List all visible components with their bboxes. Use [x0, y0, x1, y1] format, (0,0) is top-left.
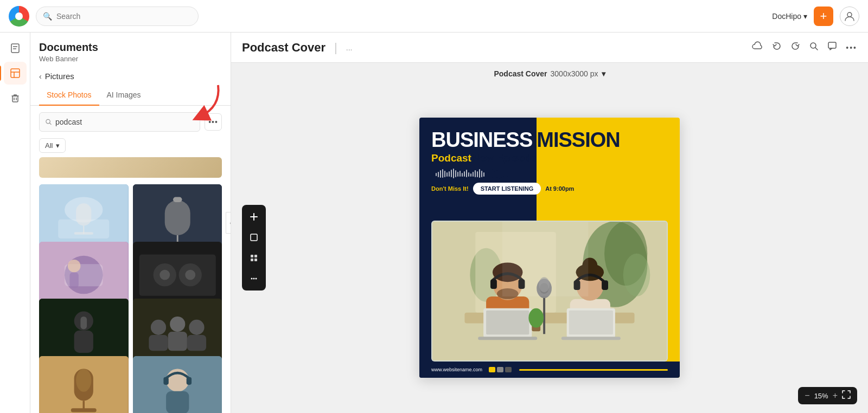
- brand-chevron: ▾: [803, 12, 807, 21]
- overflow-menu-icon[interactable]: •••: [846, 43, 857, 52]
- search-canvas-icon[interactable]: [809, 41, 819, 54]
- toolbar-icons: •••: [751, 41, 857, 54]
- float-frame-button[interactable]: [244, 228, 264, 247]
- sidebar-search-bar[interactable]: podcast: [39, 112, 200, 132]
- svg-rect-91: [481, 171, 482, 177]
- svg-rect-73: [442, 169, 443, 178]
- svg-rect-16: [76, 203, 91, 225]
- icon-bar-documents[interactable]: [4, 37, 27, 60]
- brand-menu[interactable]: DocHipo ▾: [772, 12, 807, 21]
- icon-bar-editor[interactable]: [4, 62, 27, 85]
- canvas-divider: |: [334, 41, 337, 55]
- svg-point-108: [623, 254, 650, 296]
- svg-rect-64: [254, 255, 257, 257]
- svg-rect-7: [12, 96, 18, 102]
- svg-rect-71: [438, 172, 439, 177]
- svg-rect-128: [602, 280, 608, 290]
- svg-rect-86: [470, 173, 471, 177]
- filter-dropdown[interactable]: All ▾: [39, 138, 66, 153]
- svg-rect-99: [501, 170, 502, 178]
- search-input[interactable]: [56, 12, 192, 21]
- svg-rect-117: [486, 311, 529, 335]
- tab-ai-images[interactable]: AI Images: [99, 85, 149, 106]
- redo-icon[interactable]: [790, 41, 800, 54]
- list-item[interactable]: [39, 184, 129, 251]
- svg-rect-77: [451, 170, 452, 177]
- svg-rect-87: [473, 172, 474, 177]
- add-button[interactable]: +: [814, 7, 833, 26]
- more-options-button[interactable]: •••: [205, 113, 222, 131]
- svg-rect-70: [436, 173, 437, 176]
- sidebar-search-input[interactable]: podcast: [55, 118, 194, 126]
- design-start-btn[interactable]: START LISTENING: [473, 183, 541, 195]
- svg-rect-94: [490, 171, 491, 177]
- comment-icon[interactable]: [827, 41, 837, 54]
- list-item[interactable]: [39, 299, 129, 365]
- design-website: www.websitename.com: [431, 367, 482, 372]
- svg-rect-79: [455, 170, 456, 177]
- cloud-icon[interactable]: [751, 41, 763, 54]
- list-item[interactable]: [133, 299, 222, 365]
- search-row: podcast •••: [30, 106, 231, 136]
- svg-rect-80: [457, 172, 458, 177]
- undo-icon[interactable]: [772, 41, 782, 54]
- canvas-size-chevron[interactable]: ▾: [602, 69, 605, 78]
- footer-dot-1: [489, 367, 495, 372]
- svg-rect-84: [466, 170, 467, 177]
- float-grid-button[interactable]: [244, 248, 264, 268]
- waveform-svg: [431, 167, 668, 179]
- back-label: Pictures: [45, 72, 74, 81]
- list-item[interactable]: [133, 356, 222, 414]
- float-add-button[interactable]: [244, 207, 264, 227]
- sidebar-title: Documents: [39, 41, 222, 54]
- svg-rect-88: [475, 170, 476, 177]
- footer-dot-3: [505, 367, 512, 372]
- svg-rect-75: [446, 172, 448, 177]
- list-item[interactable]: [133, 184, 222, 251]
- design-mission-text: MISSION: [537, 130, 620, 150]
- fullscreen-button[interactable]: [842, 390, 851, 401]
- more-dots-icon: •••: [208, 118, 218, 126]
- svg-rect-134: [502, 222, 589, 296]
- svg-rect-114: [490, 279, 497, 289]
- svg-rect-74: [444, 171, 445, 177]
- icon-bar-trash[interactable]: [4, 87, 27, 109]
- svg-rect-82: [462, 173, 463, 177]
- svg-rect-28: [69, 272, 78, 288]
- svg-rect-89: [477, 171, 478, 177]
- back-navigation[interactable]: ‹ Pictures: [30, 67, 231, 85]
- list-item[interactable]: [39, 356, 129, 414]
- user-avatar[interactable]: [840, 7, 859, 26]
- sidebar-collapse-handle[interactable]: ‹: [226, 212, 231, 234]
- svg-point-42: [170, 317, 185, 332]
- canvas-edit-indicator[interactable]: ...: [346, 43, 353, 52]
- design-new-episode: New Episode: [473, 152, 537, 164]
- svg-rect-118: [478, 337, 537, 340]
- svg-rect-78: [453, 169, 454, 178]
- float-dots-button[interactable]: [244, 269, 264, 288]
- svg-rect-85: [468, 172, 469, 177]
- svg-rect-76: [449, 171, 450, 177]
- app-logo[interactable]: [9, 6, 29, 27]
- svg-point-51: [76, 369, 91, 391]
- sidebar: Documents Web Banner ‹ Pictures Stock Ph…: [30, 33, 231, 413]
- design-photo: [432, 222, 667, 360]
- footer-line: [519, 369, 668, 371]
- svg-point-69: [256, 278, 257, 280]
- svg-rect-50: [71, 408, 97, 412]
- filter-label: All: [45, 141, 53, 150]
- svg-rect-72: [440, 170, 441, 178]
- svg-rect-130: [569, 311, 613, 335]
- search-icon: 🔍: [43, 12, 52, 21]
- tabs-row: Stock Photos AI Images: [30, 85, 231, 106]
- design-canvas[interactable]: BUSINESS MISSION Podcast New Episode: [419, 118, 680, 378]
- svg-rect-63: [251, 255, 253, 257]
- tab-stock-photos[interactable]: Stock Photos: [39, 85, 99, 106]
- zoom-out-button[interactable]: −: [805, 391, 809, 401]
- zoom-in-button[interactable]: +: [833, 391, 838, 401]
- svg-rect-38: [74, 331, 93, 353]
- svg-point-33: [159, 269, 170, 280]
- canvas-toolbar: Podcast Cover | ... •: [231, 33, 868, 63]
- filter-row: All ▾: [30, 136, 231, 157]
- global-search-bar[interactable]: 🔍: [36, 7, 199, 26]
